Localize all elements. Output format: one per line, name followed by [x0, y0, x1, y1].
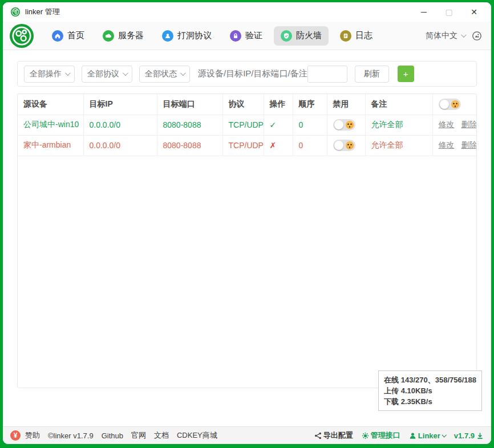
tab-firewall[interactable]: 防火墙 — [274, 26, 329, 46]
table-header-row: 源设备 目标IP 目标端口 协议 操作 顺序 禁用 备注 — [18, 94, 476, 115]
version-label: v1.7.9 — [454, 431, 475, 440]
toggle-knob — [440, 100, 449, 109]
tab-label: 日志 — [355, 30, 372, 41]
export-config-label: 导出配置 — [323, 430, 353, 441]
add-rule-button[interactable]: + — [398, 66, 414, 82]
cell-operation-allow: ✓ — [264, 115, 293, 135]
export-config-button[interactable]: 导出配置 — [314, 430, 353, 441]
lock-icon — [230, 30, 241, 42]
tab-label: 验证 — [245, 30, 262, 41]
nav-tabs: 首页 服务器 打洞协议 验证 — [45, 26, 379, 46]
version-update-button[interactable]: v1.7.9 — [454, 431, 484, 440]
sponsor-link[interactable]: 赞助 — [25, 430, 40, 441]
tab-label: 打洞协议 — [177, 30, 212, 41]
emoji-face-icon — [451, 100, 459, 108]
status-filter-select[interactable]: 全部状态 — [139, 66, 190, 83]
toggle-knob — [334, 120, 343, 129]
title-bar: linker 管理 ─ ▢ ✕ — [3, 2, 491, 22]
copyright-text: ©linker v1.7.9 — [48, 431, 94, 440]
cell-order: 0 — [293, 135, 327, 156]
tab-home[interactable]: 首页 — [45, 26, 91, 46]
gear-icon — [362, 432, 369, 439]
disable-toggle[interactable] — [333, 140, 355, 151]
col-protocol: 协议 — [222, 94, 264, 115]
tab-server[interactable]: 服务器 — [96, 26, 151, 46]
delete-link[interactable]: 删除 — [461, 140, 477, 150]
cell-port: 8080-8088 — [157, 115, 222, 135]
delete-link[interactable]: 删除 — [461, 120, 477, 130]
main-content: 全部操作 全部协议 全部状态 源设备/目标IP/目标端口/备注 刷新 + — [3, 50, 491, 426]
chevron-down-icon — [442, 433, 446, 437]
search-label: 源设备/目标IP/目标端口/备注 — [198, 68, 307, 79]
table-row: 家中-armbian 0.0.0.0/0 8080-8088 TCP/UDP ✗… — [18, 135, 476, 156]
website-link[interactable]: 官网 — [131, 430, 146, 441]
refresh-button[interactable]: 刷新 — [355, 66, 389, 83]
emoji-face-icon — [346, 121, 354, 129]
account-label: Linker — [418, 431, 440, 440]
share-icon — [314, 432, 322, 439]
cell-order: 0 — [293, 115, 327, 135]
protocol-filter-select[interactable]: 全部协议 — [82, 66, 132, 83]
edit-link[interactable]: 修改 — [439, 140, 455, 150]
download-icon — [476, 432, 484, 439]
cell-operation-deny: ✗ — [264, 135, 293, 156]
tab-label: 防火墙 — [296, 30, 322, 41]
theme-icon[interactable] — [472, 31, 482, 41]
home-icon — [52, 30, 63, 42]
toggle-knob — [334, 141, 343, 150]
operation-filter-select[interactable]: 全部操作 — [24, 66, 75, 83]
app-window: linker 管理 ─ ▢ ✕ 首页 — [3, 2, 491, 444]
account-menu[interactable]: Linker — [409, 431, 446, 440]
nav-right: 简体中文 — [426, 31, 482, 41]
chevron-down-icon — [461, 32, 467, 38]
cell-device: 公司城中-win10 — [18, 115, 83, 135]
cell-port: 8080-8088 — [157, 135, 222, 156]
chevron-down-icon — [123, 70, 128, 76]
col-target-port: 目标端口 — [157, 94, 222, 115]
nat-protocol-icon — [162, 30, 173, 42]
footer-bar: ¥ 赞助 ©linker v1.7.9 Github 官网 文档 CDKEY商城… — [3, 426, 491, 444]
firewall-rules-table: 源设备 目标IP 目标端口 协议 操作 顺序 禁用 备注 — [17, 93, 477, 388]
docs-link[interactable]: 文档 — [154, 430, 169, 441]
language-label: 简体中文 — [426, 31, 457, 41]
cell-disable — [327, 115, 365, 135]
tab-nat-protocol[interactable]: 打洞协议 — [155, 26, 218, 46]
cell-protocol: TCP/UDP — [222, 135, 264, 156]
table-row: 公司城中-win10 0.0.0.0/0 8080-8088 TCP/UDP ✓… — [18, 115, 476, 135]
operation-filter-value: 全部操作 — [30, 69, 62, 79]
cell-disable — [327, 135, 365, 156]
github-link[interactable]: Github — [102, 431, 123, 440]
language-select[interactable]: 简体中文 — [426, 31, 465, 41]
disable-all-toggle[interactable] — [439, 99, 461, 110]
cell-protocol: TCP/UDP — [222, 115, 264, 135]
app-logo-large-icon[interactable] — [10, 24, 34, 48]
footer-left: ¥ 赞助 ©linker v1.7.9 Github 官网 文档 CDKEY商城 — [10, 430, 217, 441]
manage-interface-button[interactable]: 管理接口 — [362, 430, 400, 441]
col-actions — [432, 94, 476, 115]
network-status-box: 在线 143/270、358/756/188 上传 4.10KB/s 下载 2.… — [378, 370, 482, 411]
cell-remark: 允许全部 — [365, 115, 432, 135]
maximize-button[interactable]: ▢ — [436, 4, 461, 20]
cell-remark: 允许全部 — [365, 135, 432, 156]
cdkey-store-link[interactable]: CDKEY商城 — [177, 430, 217, 441]
col-order: 顺序 — [293, 94, 327, 115]
chevron-down-icon — [180, 70, 186, 76]
cell-ip: 0.0.0.0/0 — [83, 115, 157, 135]
chevron-down-icon — [65, 70, 71, 76]
minimize-button[interactable]: ─ — [411, 4, 436, 20]
firewall-shield-icon — [281, 30, 292, 42]
close-button[interactable]: ✕ — [461, 4, 487, 20]
disable-toggle[interactable] — [333, 119, 355, 131]
app-logo-icon — [11, 7, 20, 17]
edit-link[interactable]: 修改 — [439, 120, 455, 130]
tab-logs[interactable]: 日志 — [333, 26, 379, 46]
server-icon — [103, 30, 114, 42]
cell-actions: 修改 删除 — [432, 115, 476, 135]
filter-bar: 全部操作 全部协议 全部状态 源设备/目标IP/目标端口/备注 刷新 + — [17, 61, 477, 87]
window-title: linker 管理 — [25, 7, 60, 17]
col-operation: 操作 — [264, 94, 293, 115]
search-input[interactable] — [307, 66, 347, 83]
protocol-filter-value: 全部协议 — [87, 69, 119, 79]
download-stat: 下载 2.35KB/s — [384, 396, 476, 407]
tab-auth[interactable]: 验证 — [223, 26, 269, 46]
